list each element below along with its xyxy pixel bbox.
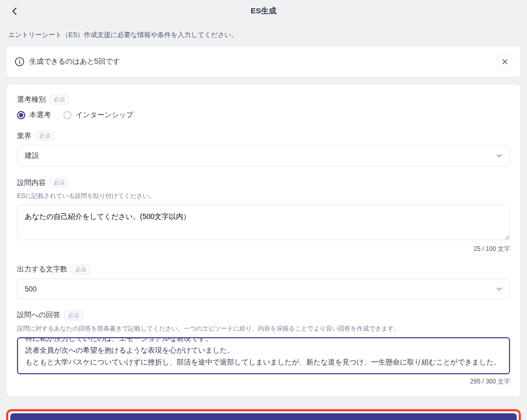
label-question: 設問内容 <box>17 178 46 188</box>
button-area: ESを生成 キャンセル <box>0 403 527 420</box>
radio-main-selection[interactable]: 本選考 <box>17 111 51 120</box>
highlight-frame: ESを生成 <box>6 409 521 420</box>
char-output-select[interactable]: 500 <box>17 279 510 299</box>
generate-button[interactable]: ESを生成 <box>10 413 517 420</box>
question-textarea[interactable] <box>17 205 510 240</box>
required-badge: 必須 <box>36 131 54 141</box>
radio-label: インターンシップ <box>76 111 133 120</box>
field-industry: 業界 必須 建設 <box>17 131 510 167</box>
answer-char-count: 295 / 300 文字 <box>17 377 510 386</box>
help-question: ESに記載されている設問を貼り付けてください。 <box>17 192 510 200</box>
label-industry: 業界 <box>17 132 31 141</box>
page-title: ES生成 <box>8 6 519 16</box>
field-answer: 設問への回答 必須 設問に対するあなたの回答を箇条書きで記載してください。一つの… <box>17 311 510 386</box>
label-char-output: 出力する文字数 <box>17 265 67 274</box>
close-icon <box>502 59 508 65</box>
field-question: 設問内容 必須 ESに記載されている設問を貼り付けてください。 25 / 100… <box>17 178 510 253</box>
required-badge: 必須 <box>50 95 68 104</box>
label-answer: 設問への回答 <box>17 311 60 320</box>
required-badge: 必須 <box>50 178 68 188</box>
radio-indicator <box>17 111 25 119</box>
field-char-output: 出力する文字数 必須 500 <box>17 265 510 299</box>
radio-internship[interactable]: インターンシップ <box>63 111 133 120</box>
chevron-down-icon <box>496 154 502 158</box>
svg-point-1 <box>19 60 20 61</box>
question-char-count: 25 / 100 文字 <box>17 245 510 253</box>
answer-textarea[interactable]: 特に私が注力していたのは、エモーショナルな表現です。読者全員が次への希望を抱ける… <box>17 337 510 374</box>
notice-card: 生成できるのはあと5回です <box>6 46 521 78</box>
required-badge: 必須 <box>72 265 90 275</box>
page-description: エントリーシート（ES）作成支援に必要な情報や条件を入力してください。 <box>0 22 527 46</box>
chevron-down-icon <box>496 287 502 291</box>
required-badge: 必須 <box>64 311 83 320</box>
industry-select[interactable]: 建設 <box>17 145 510 167</box>
info-icon <box>15 57 24 66</box>
back-button[interactable] <box>8 5 21 17</box>
field-selection-type: 選考種別 必須 本選考 インターンシップ <box>17 95 510 120</box>
form-card: 選考種別 必須 本選考 インターンシップ 業界 必須 建設 設問内容 必須 <box>6 84 521 397</box>
help-answer: 設問に対するあなたの回答を箇条書きで記載してください。一つのエピソードに絞り、内… <box>17 324 510 333</box>
notice-text: 生成できるのはあと5回です <box>29 57 493 66</box>
chevron-left-icon <box>12 7 17 15</box>
label-selection-type: 選考種別 <box>17 95 46 104</box>
radio-indicator <box>63 111 72 119</box>
notice-close-button[interactable] <box>498 54 512 69</box>
select-value: 500 <box>25 285 37 293</box>
select-value: 建設 <box>25 151 39 160</box>
page-header: ES生成 <box>0 0 527 22</box>
radio-label: 本選考 <box>29 111 51 120</box>
